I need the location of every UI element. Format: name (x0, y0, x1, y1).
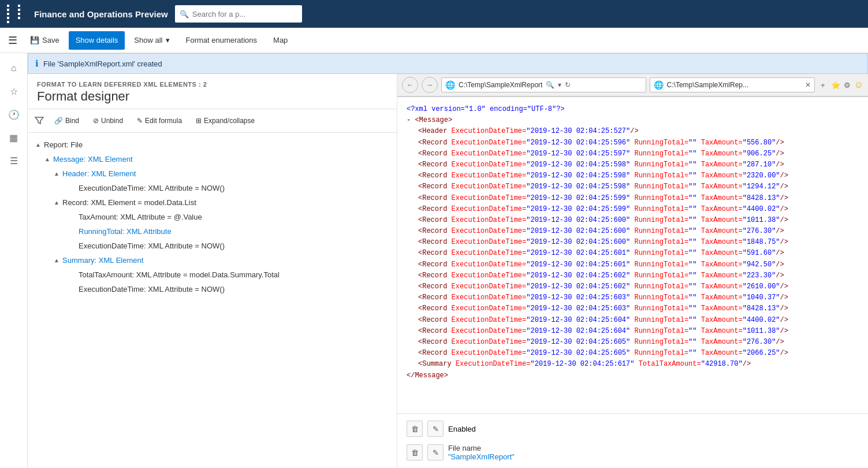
tree-arrow (69, 243, 76, 249)
xml-record-15: <Record ExecutionDateTime="2019-12-30 02… (407, 292, 859, 303)
address-text: C:\Temp\SampleXmlReport (459, 81, 542, 89)
tree-item-taxamount[interactable]: TaxAmount: XML Attribute = @.Value (28, 210, 397, 224)
panel-header: FORMAT TO LEARN DEFERRED XML ELEMENTS : … (28, 74, 397, 109)
edit-filename-button[interactable]: ✎ (427, 444, 444, 460)
tree-item-header[interactable]: ▲ Header: XML Element (28, 166, 397, 181)
tree-item-summary-dt[interactable]: ExecutionDateTime: XML Attribute = NOW() (28, 282, 397, 296)
app-grid-icon[interactable] (7, 5, 27, 23)
tree-item-label: RunningTotal: XML Attribute (79, 227, 172, 236)
tree-item-label: ExecutionDateTime: XML Attribute = NOW() (79, 285, 225, 294)
save-button[interactable]: 💾 Save (23, 31, 66, 50)
xml-record-20: <Record ExecutionDateTime="2019-12-30 02… (407, 348, 859, 359)
close-tab-icon[interactable]: ✕ (805, 81, 811, 89)
xml-header: <Header ExecutionDateTime="2019-12-30 02… (407, 126, 859, 137)
format-enumerations-button[interactable]: Format enumerations (179, 31, 265, 50)
tree-item-record-dt[interactable]: ExecutionDateTime: XML Attribute = NOW() (28, 239, 397, 253)
xml-declaration: <?xml version="1.0" encoding="UTF-8"?> (407, 104, 859, 115)
gear-icon[interactable]: ⚙ (844, 81, 851, 90)
filter-icon[interactable] (32, 114, 46, 128)
tree-item-record[interactable]: ▲ Record: XML Element = model.Data.List (28, 195, 397, 210)
browser-chrome: ← → 🌐 C:\Temp\SampleXmlReport 🔍 ▾ ↻ 🌐 C:… (397, 74, 868, 97)
panel-title: Format designer (37, 89, 388, 104)
back-button[interactable]: ← (402, 77, 418, 93)
xml-summary: <Summary ExecutionDateTime="2019-12-30 0… (407, 359, 859, 370)
xml-record-16: <Record ExecutionDateTime="2019-12-30 02… (407, 303, 859, 314)
sidebar-modules[interactable]: ☰ (3, 150, 24, 171)
tree-item-label: ExecutionDateTime: XML Attribute = NOW() (79, 242, 225, 250)
tree-item-report[interactable]: ▲ Report: File (28, 138, 397, 152)
formula-icon: ✎ (137, 117, 143, 125)
xml-record-19: <Record ExecutionDateTime="2019-12-30 02… (407, 337, 859, 348)
tree-item-message[interactable]: ▲ Message: XML Element (28, 152, 397, 166)
edit-enabled-button[interactable]: ✎ (427, 421, 444, 437)
expand-collapse-button[interactable]: ⊞ Expand/collapse (190, 113, 260, 129)
right-section: ← → 🌐 C:\Temp\SampleXmlReport 🔍 ▾ ↻ 🌐 C:… (397, 74, 868, 468)
xml-record-14: <Record ExecutionDateTime="2019-12-30 02… (407, 281, 859, 292)
sidebar-favorites[interactable]: ☆ (3, 81, 24, 102)
panel-toolbar: 🔗 Bind ⊘ Unbind ✎ Edit formula ⊞ Expand/… (28, 109, 397, 133)
tree-arrow: ▲ (53, 199, 60, 206)
search-bar[interactable]: 🔍 (175, 5, 302, 23)
show-all-button[interactable]: Show all ▾ (127, 31, 176, 50)
address-text-2: C:\Temp\SampleXmlRep... (667, 81, 748, 89)
panel-subtitle: FORMAT TO LEARN DEFERRED XML ELEMENTS : … (37, 81, 388, 88)
ie-icon: 🌐 (445, 80, 455, 90)
search-icon: 🔍 (180, 10, 189, 18)
xml-record-3: <Record ExecutionDateTime="2019-12-30 02… (407, 159, 859, 170)
map-button[interactable]: Map (266, 31, 295, 50)
xml-record-13: <Record ExecutionDateTime="2019-12-30 02… (407, 270, 859, 281)
bookmark-icon[interactable]: ⭐ (831, 81, 840, 90)
notification-bar: ℹ File 'SampleXmlReport.xml' created (28, 53, 868, 74)
tree-item-label: TotalTaxAmount: XML Attribute = model.Da… (79, 270, 280, 279)
sidebar-workspaces[interactable]: ▦ (3, 127, 24, 148)
filename-row: 🗑 ✎ File name "SampleXmlReport" (407, 444, 859, 461)
filename-value: "SampleXmlReport" (448, 452, 515, 461)
unlink-icon: ⊘ (93, 117, 99, 125)
xml-record-11: <Record ExecutionDateTime="2019-12-30 02… (407, 248, 859, 259)
sidebar-home[interactable]: ⌂ (3, 58, 24, 79)
forward-button[interactable]: → (422, 77, 438, 93)
tree-arrow (69, 286, 76, 292)
face-icon[interactable]: ☺ (854, 80, 863, 90)
tree-item-header-dt[interactable]: ExecutionDateTime: XML Attribute = NOW() (28, 181, 397, 195)
new-tab-icon[interactable]: + (818, 79, 828, 92)
tree-item-label: Summary: XML Element (62, 256, 143, 265)
xml-record-2: <Record ExecutionDateTime="2019-12-30 02… (407, 148, 859, 159)
xml-record-4: <Record ExecutionDateTime="2019-12-30 02… (407, 170, 859, 181)
tree-arrow: ▲ (35, 142, 42, 148)
address-bar-2[interactable]: 🌐 C:\Temp\SampleXmlRep... ✕ (650, 77, 815, 92)
chevron-down-icon: ▾ (166, 36, 170, 44)
hamburger-button[interactable]: ☰ (5, 31, 21, 50)
tree-item-runningtotal[interactable]: RunningTotal: XML Attribute (28, 224, 397, 239)
xml-record-12: <Record ExecutionDateTime="2019-12-30 02… (407, 259, 859, 270)
refresh-icon[interactable]: ↻ (565, 81, 571, 89)
main-layout: FORMAT TO LEARN DEFERRED XML ELEMENTS : … (28, 74, 868, 468)
xml-record-7: <Record ExecutionDateTime="2019-12-30 02… (407, 204, 859, 215)
delete-filename-button[interactable]: 🗑 (407, 444, 423, 460)
search-input[interactable] (192, 10, 297, 18)
tree-item-label: Report: File (44, 140, 83, 149)
show-details-button[interactable]: Show details (69, 31, 125, 50)
enabled-label: Enabled (448, 425, 476, 433)
browser-nav: ← → 🌐 C:\Temp\SampleXmlReport 🔍 ▾ ↻ 🌐 C:… (397, 74, 868, 96)
edit-formula-button[interactable]: ✎ Edit formula (131, 113, 188, 129)
xml-record-18: <Record ExecutionDateTime="2019-12-30 02… (407, 326, 859, 337)
delete-enabled-button[interactable]: 🗑 (407, 421, 423, 437)
tree-item-summary[interactable]: ▲ Summary: XML Element (28, 253, 397, 268)
tree-item-totaltax[interactable]: TotalTaxAmount: XML Attribute = model.Da… (28, 268, 397, 282)
xml-record-6: <Record ExecutionDateTime="2019-12-30 02… (407, 193, 859, 204)
unbind-button[interactable]: ⊘ Unbind (87, 113, 129, 129)
properties-panel: 🗑 ✎ Enabled 🗑 ✎ File name "SampleXmlRepo… (397, 413, 868, 468)
xml-record-5: <Record ExecutionDateTime="2019-12-30 02… (407, 181, 859, 192)
search-icon-addr: 🔍 (546, 81, 554, 89)
tree-arrow (69, 272, 76, 278)
action-bar: ☰ 💾 Save Show details Show all ▾ Format … (0, 28, 868, 53)
xml-message-open: - <Message> (407, 115, 859, 126)
app-title: Finance and Operations Preview (34, 9, 168, 19)
sidebar-recent[interactable]: 🕐 (3, 104, 24, 125)
address-bar-1[interactable]: 🌐 C:\Temp\SampleXmlReport 🔍 ▾ ↻ (441, 77, 646, 92)
trash-icon: 🗑 (411, 425, 419, 433)
back-icon: ← (407, 81, 413, 89)
bind-button[interactable]: 🔗 Bind (49, 113, 85, 129)
save-icon: 💾 (30, 36, 39, 44)
